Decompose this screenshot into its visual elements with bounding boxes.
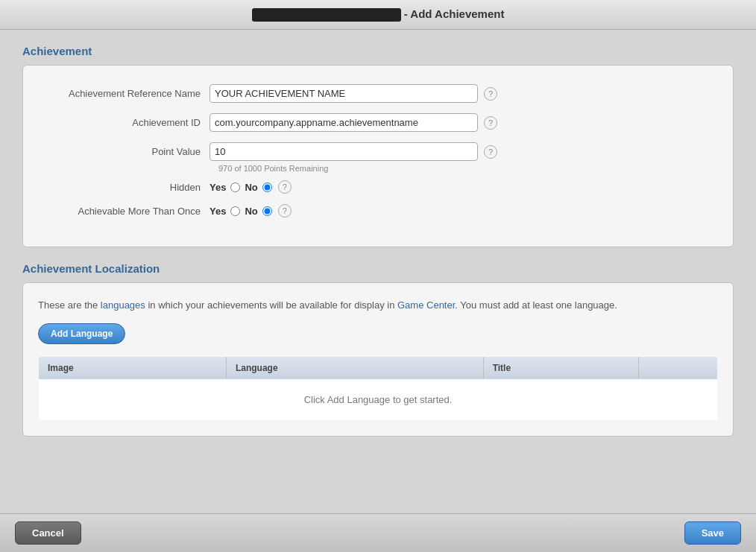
hidden-radio-group: Yes No xyxy=(210,182,272,193)
localization-card: These are the languages in which your ac… xyxy=(22,282,734,437)
hidden-yes-label: Yes xyxy=(210,182,226,193)
col-title: Title xyxy=(483,356,639,379)
hidden-no-label: No xyxy=(245,182,257,193)
achievement-id-label: Achievement ID xyxy=(38,117,210,128)
achievement-id-input[interactable] xyxy=(210,113,478,132)
app-name-redacted xyxy=(252,8,401,22)
achievable-no-label: No xyxy=(245,206,257,217)
footer-bar: Cancel Save xyxy=(0,513,756,552)
achievable-yes-label: Yes xyxy=(210,206,226,217)
col-image: Image xyxy=(39,356,227,379)
hidden-row: Hidden Yes No ? xyxy=(38,180,718,194)
hidden-yes-radio[interactable] xyxy=(230,183,240,192)
reference-name-help-icon[interactable]: ? xyxy=(484,87,497,101)
achievement-id-help-icon[interactable]: ? xyxy=(484,116,497,130)
hidden-label: Hidden xyxy=(38,182,210,193)
add-language-button[interactable]: Add Language xyxy=(38,323,125,344)
point-value-input[interactable] xyxy=(210,142,478,161)
col-language: Language xyxy=(226,356,483,379)
reference-name-row: Achievement Reference Name ? xyxy=(38,84,718,103)
title-bar: - Add Achievement xyxy=(0,0,756,30)
achievable-row: Achievable More Than Once Yes No ? xyxy=(38,204,718,218)
reference-name-input[interactable] xyxy=(210,84,478,103)
achievement-id-row: Achievement ID ? xyxy=(38,113,718,132)
point-value-label: Point Value xyxy=(38,146,210,157)
point-value-row: Point Value ? xyxy=(38,142,718,161)
points-remaining: 970 of 1000 Points Remaining xyxy=(218,164,718,173)
col-actions xyxy=(639,356,718,379)
table-empty-message: Click Add Language to get started. xyxy=(39,379,718,421)
achievable-no-radio[interactable] xyxy=(262,206,272,216)
hidden-no-radio[interactable] xyxy=(262,183,272,192)
cancel-button[interactable]: Cancel xyxy=(15,521,81,545)
achievement-card: Achievement Reference Name ? Achievement… xyxy=(22,65,734,247)
reference-name-label: Achievement Reference Name xyxy=(38,88,210,99)
achievable-radio-group: Yes No xyxy=(210,206,272,217)
game-center-highlight: Game Center xyxy=(397,299,455,311)
achievable-help-icon[interactable]: ? xyxy=(278,204,292,218)
language-table: Image Language Title Click Add Language … xyxy=(38,356,718,421)
point-value-help-icon[interactable]: ? xyxy=(484,145,497,159)
achievable-label: Achievable More Than Once xyxy=(38,206,210,217)
table-header-row: Image Language Title xyxy=(39,356,718,379)
localization-highlight: languages xyxy=(101,299,145,311)
title-bar-text: - Add Achievement xyxy=(404,7,505,20)
localization-description: These are the languages in which your ac… xyxy=(38,298,718,313)
localization-section-title: Achievement Localization xyxy=(22,262,734,275)
hidden-help-icon[interactable]: ? xyxy=(278,180,292,194)
achievement-section-title: Achievement xyxy=(22,45,734,57)
table-empty-row: Click Add Language to get started. xyxy=(39,379,718,421)
main-content: Achievement Achievement Reference Name ?… xyxy=(0,30,756,513)
achievable-yes-radio[interactable] xyxy=(230,206,240,216)
save-button[interactable]: Save xyxy=(684,521,741,545)
